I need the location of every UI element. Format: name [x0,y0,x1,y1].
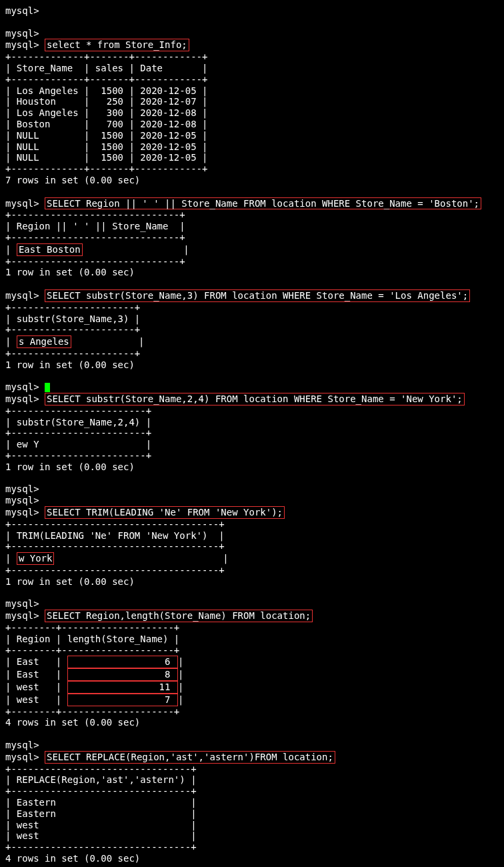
result-value: 11 [67,681,178,694]
table-separator: +----------------------+ [5,302,499,313]
prompt: mysql> [5,484,39,494]
status-line: 1 row in set (0.00 sec) [5,462,499,473]
table-separator: +------------------------+ [5,427,499,439]
prompt: mysql> [5,752,39,762]
table-row: | Boston | 700 | 2020-12-08 | [5,119,499,130]
table-row: | Los Angeles | 1500 | 2020-12-05 | [5,85,499,97]
table-row: | Houston | 250 | 2020-12-07 | [5,96,499,107]
terminal[interactable]: mysql> mysql> mysql> select * from Store… [5,5,499,867]
table-row: | ew Y | [5,439,499,450]
table-separator: +--------+--------------------+ [5,645,499,656]
prompt: mysql> [5,381,39,392]
table-separator: +--------+--------------------+ [5,622,499,634]
status-line: 1 row in set (0.00 sec) [5,267,499,278]
table-separator: +-------------+-------+------------+ [5,163,499,175]
result-value: w York [17,552,55,565]
status-line: 4 rows in set (0.00 sec) [5,853,499,864]
table-separator: +-------------------------------------+ [5,519,499,530]
prompt: mysql> [5,393,39,404]
table-row: | NULL | 1500 | 2020-12-05 | [5,152,499,163]
table-separator: +------------------------+ [5,450,499,462]
table-separator: +----------------------+ [5,348,499,359]
table-separator: +--------------------------------+ [5,786,499,797]
prompt: mysql> [5,39,39,50]
table-separator: +--------------------------------+ [5,764,499,775]
query-4: SELECT substr(Store_Name,2,4) FROM locat… [45,393,465,405]
query-7: SELECT REPLACE(Region,'ast','astern')FRO… [45,751,335,764]
table-separator: +-------------------------------------+ [5,565,499,576]
table-row: | west | [5,820,499,831]
table-row: | NULL | 1500 | 2020-12-05 | [5,130,499,141]
status-line: 1 row in set (0.00 sec) [5,576,499,588]
query-5: SELECT TRIM(LEADING 'Ne' FROM 'New York'… [45,506,285,519]
status-line: 4 rows in set (0.00 sec) [5,717,499,728]
table-separator: +------------------------------+ [5,232,499,243]
table-row: | w York | [5,552,499,565]
table-row: | East | 6 | [5,656,499,668]
table-row: | Los Angeles | 300 | 2020-12-08 | [5,107,499,119]
table-separator: +--------------------------------+ [5,842,499,853]
prompt: mysql> [5,610,39,621]
query-2: SELECT Region || ' ' || Store_Name FROM … [45,197,481,210]
result-value: 6 [67,656,178,668]
table-separator: +-------------+-------+------------+ [5,51,499,63]
table-row: | NULL | 1500 | 2020-12-05 | [5,141,499,153]
query-1: select * from Store_Info; [45,39,189,51]
prompt: mysql> [5,28,39,39]
result-value: s Angeles [17,335,71,348]
table-row: | Eastern | [5,808,499,820]
query-6: SELECT Region,length(Store_Name) FROM lo… [45,610,313,622]
table-row: | East Boston | [5,243,499,256]
result-value: 7 [67,694,178,706]
cursor-icon [45,383,50,392]
query-3: SELECT substr(Store_Name,3) FROM locatio… [45,289,470,302]
table-header: | substr(Store_Name,2,4) | [5,417,499,428]
prompt: mysql> [5,198,39,209]
status-line: 1 row in set (0.00 sec) [5,359,499,371]
table-row: | west | [5,830,499,842]
table-row: | Eastern | [5,797,499,808]
table-row: | East | 8 | [5,668,499,681]
table-header: | TRIM(LEADING 'Ne' FROM 'New York') | [5,530,499,542]
prompt: mysql> [5,290,39,301]
table-row: | west | 7 | [5,694,499,706]
table-separator: +----------------------+ [5,324,499,335]
table-separator: +------------------------------+ [5,256,499,267]
table-separator: +------------------------------+ [5,209,499,221]
table-row: | s Angeles | [5,335,499,348]
table-separator: +------------------------+ [5,405,499,417]
result-value: 8 [67,668,178,681]
table-header: | Region | length(Store_Name) | [5,634,499,645]
status-line: 7 rows in set (0.00 sec) [5,175,499,186]
result-value: East Boston [17,243,83,256]
table-separator: +-------------+-------+------------+ [5,74,499,85]
prompt: mysql> [5,740,39,750]
table-header: | Region || ' ' || Store_Name | [5,221,499,232]
table-header: | Store_Name | sales | Date | [5,63,499,74]
prompt: mysql> [5,598,39,609]
table-header: | substr(Store_Name,3) | [5,313,499,325]
prompt: mysql> [5,495,39,506]
prompt: mysql> [5,507,39,518]
prompt: mysql> [5,5,39,16]
table-separator: +--------+--------------------+ [5,706,499,718]
table-header: | REPLACE(Region,'ast','astern') | [5,774,499,786]
table-separator: +-------------------------------------+ [5,541,499,552]
table-row: | west | 11 | [5,681,499,694]
